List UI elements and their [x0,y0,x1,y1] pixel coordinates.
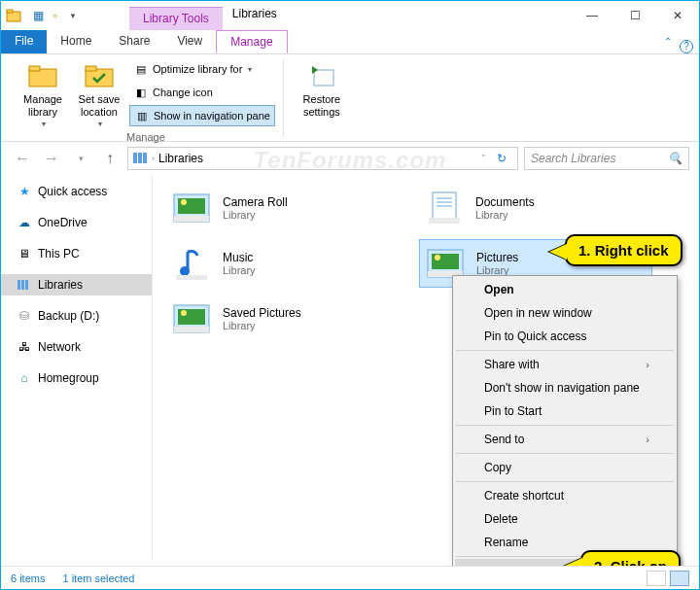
menu-open-new-window[interactable]: Open in new window [455,301,675,325]
library-music[interactable]: MusicLibrary [166,239,400,288]
view-tiles-button[interactable] [670,571,689,586]
optimize-icon: ▤ [133,61,149,77]
change-icon-label: Change icon [153,87,213,98]
quick-access-toolbar: ▦ ▫ ▼ [24,8,87,23]
svg-rect-11 [21,280,24,290]
sidebar-item-homegroup[interactable]: ⌂ Homegroup [1,367,152,389]
svg-rect-5 [86,66,96,71]
view-details-button[interactable] [647,571,666,586]
recent-locations-button[interactable]: ▾ [69,147,92,170]
svg-rect-7 [133,153,137,163]
menu-pin-start[interactable]: Pin to Start [455,399,675,423]
svg-rect-31 [174,327,209,332]
tab-manage[interactable]: Manage [216,30,287,53]
svg-rect-17 [433,192,456,222]
menu-open[interactable]: Open [455,278,675,301]
library-name: Pictures [476,251,518,264]
sidebar-item-network[interactable]: 🖧 Network [1,336,152,358]
tab-view[interactable]: View [163,30,216,53]
library-type: Library [223,209,288,221]
menu-pin-quick-access[interactable]: Pin to Quick access [455,325,675,348]
manage-library-button[interactable]: Manage library ▾ [17,58,69,130]
tab-share[interactable]: Share [105,30,163,53]
sidebar-item-backup[interactable]: ⛁ Backup (D:) [1,305,152,327]
window-title: Libraries [223,1,571,30]
contextual-tab-label: Library Tools [129,7,223,30]
maximize-button[interactable]: ☐ [613,1,656,30]
tab-file[interactable]: File [1,30,47,53]
ribbon-group-manage-label: Manage [126,130,165,144]
menu-copy[interactable]: Copy [455,456,675,479]
search-box[interactable]: Search Libraries 🔍 [524,147,689,170]
svg-rect-1 [7,10,13,13]
sidebar-label: Libraries [38,278,83,292]
navigation-pane: ★ Quick access ☁ OneDrive 🖥 This PC Libr… [1,175,153,560]
status-item-count: 6 items [11,573,45,584]
qat-properties-icon[interactable]: ▦ [30,8,46,23]
music-library-icon [170,244,213,283]
help-icon[interactable]: ˆ [656,36,680,53]
navpane-icon: ▥ [134,108,150,123]
library-name: Documents [475,195,535,209]
menu-dont-show-nav[interactable]: Don't show in navigation pane [455,376,675,399]
library-saved-pictures[interactable]: Saved PicturesLibrary [166,295,400,342]
sidebar-item-libraries[interactable]: Libraries [1,274,152,295]
show-in-nav-pane-button[interactable]: ▥ Show in navigation pane [129,105,275,126]
title-bar: ▦ ▫ ▼ Library Tools Libraries — ☐ ✕ [1,1,699,30]
change-icon-button[interactable]: ◧ Change icon [129,82,275,103]
restore-label: Restore settings [298,93,346,118]
set-save-location-button[interactable]: Set save location ▾ [73,58,125,130]
context-menu: Open Open in new window Pin to Quick acc… [452,275,678,585]
app-icon [5,7,22,24]
sidebar-item-quick-access[interactable]: ★ Quick access [1,181,152,202]
star-icon: ★ [17,184,32,199]
forward-button[interactable]: → [40,147,63,170]
sidebar-label: Homegroup [38,371,99,385]
chevron-right-icon: › [646,359,649,370]
status-bar: 6 items 1 item selected [1,566,699,589]
address-dropdown-icon[interactable]: ˅ [481,154,486,163]
svg-rect-3 [29,66,40,71]
manage-library-label: Manage library [18,93,67,118]
svg-rect-4 [86,69,113,87]
breadcrumb-libraries[interactable]: Libraries [158,152,203,165]
refresh-button[interactable]: ↻ [490,152,513,165]
svg-rect-10 [18,280,20,290]
restore-settings-button[interactable]: Restore settings [296,58,348,120]
up-button[interactable]: ↑ [98,147,122,170]
drive-icon: ⛁ [17,308,32,324]
restore-icon [306,60,337,91]
address-bar[interactable]: › Libraries ˅ ↻ [127,147,518,170]
help-question-icon[interactable]: ? [680,40,693,53]
optimize-library-button[interactable]: ▤ Optimize library for▾ [129,58,275,80]
sidebar-label: OneDrive [38,216,88,229]
sidebar-label: Quick access [38,185,107,198]
menu-share-with[interactable]: Share with› [455,353,675,376]
menu-create-shortcut[interactable]: Create shortcut [455,484,675,507]
library-documents[interactable]: DocumentsLibrary [419,185,652,231]
pc-icon: 🖥 [17,246,32,261]
svg-point-30 [181,310,187,316]
qat-new-folder-icon[interactable]: ▫ [48,8,63,23]
svg-rect-16 [174,216,209,222]
close-button[interactable]: ✕ [656,1,699,30]
sidebar-item-this-pc[interactable]: 🖥 This PC [1,243,152,264]
back-button[interactable]: ← [11,147,34,170]
folder-icon [27,60,58,91]
svg-rect-21 [429,218,460,224]
documents-library-icon [423,189,466,227]
qat-dropdown-icon[interactable]: ▼ [65,8,81,23]
ribbon-tab-row: File Home Share View Manage ˆ ? [1,30,699,54]
change-icon-icon: ◧ [133,85,149,100]
library-name: Music [223,251,256,264]
sidebar-item-onedrive[interactable]: ☁ OneDrive [1,212,152,233]
svg-rect-9 [143,153,147,163]
chevron-right-icon[interactable]: › [152,154,155,163]
menu-send-to[interactable]: Send to› [455,428,675,451]
minimize-button[interactable]: — [571,1,613,30]
library-type: Library [475,209,535,221]
set-save-label: Set save location [75,93,123,118]
tab-home[interactable]: Home [47,30,105,53]
library-camera-roll[interactable]: Camera RollLibrary [166,185,400,231]
menu-delete[interactable]: Delete [455,507,675,531]
